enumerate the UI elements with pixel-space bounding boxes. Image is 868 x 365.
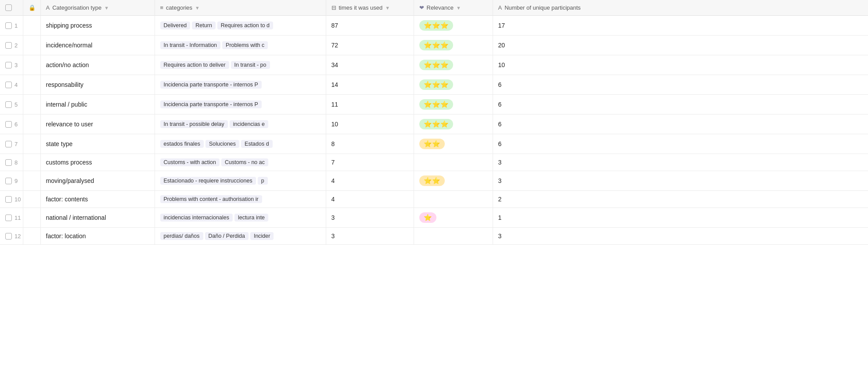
- row-checkbox[interactable]: [5, 121, 12, 128]
- category-tag[interactable]: Problems with c: [222, 41, 268, 49]
- category-tag[interactable]: incidencias internacionales: [160, 214, 233, 222]
- row-checkbox[interactable]: [5, 178, 12, 184]
- category-tag[interactable]: Problems with content - authorisation ir: [160, 195, 262, 203]
- row-relevance: [414, 191, 493, 208]
- participants-value: 6: [498, 81, 502, 88]
- category-tag[interactable]: Return: [192, 21, 216, 29]
- row-checkbox-cell: 5: [0, 95, 23, 115]
- categories-sort-icon[interactable]: ▼: [195, 5, 200, 11]
- row-categories: estados finalesSolucionesEstados d: [155, 134, 326, 154]
- row-lock-cell: [23, 36, 40, 55]
- row-checkbox[interactable]: [5, 141, 12, 147]
- times-value: 14: [331, 81, 347, 88]
- times-value: 72: [331, 42, 347, 49]
- row-number: 11: [14, 215, 23, 221]
- category-tag[interactable]: In transit - po: [231, 61, 270, 69]
- row-categories: incidencias internacionaleslectura inte: [155, 208, 326, 228]
- row-participants: 2: [493, 191, 868, 208]
- times-sort-icon[interactable]: ▼: [385, 5, 390, 11]
- row-checkbox-cell: 6: [0, 115, 23, 134]
- category-tag[interactable]: Incidencia parte transporte - internos P: [160, 100, 262, 108]
- participants-value: 1: [498, 214, 502, 221]
- header-categories[interactable]: ≡ categories ▼: [155, 0, 326, 16]
- relevance-sort-icon[interactable]: ▼: [456, 5, 461, 11]
- category-tag[interactable]: Daño / Perdida: [205, 232, 249, 240]
- row-categories: Customs - with actionCustoms - no ac: [155, 154, 326, 171]
- participants-value: 20: [498, 42, 505, 49]
- category-tag[interactable]: Requires action to deliver: [160, 61, 229, 69]
- row-checkbox[interactable]: [5, 196, 12, 203]
- row-number: 2: [14, 42, 23, 49]
- row-categories: DeliveredReturnRequires action to d: [155, 16, 326, 36]
- row-checkbox[interactable]: [5, 215, 12, 221]
- row-checkbox[interactable]: [5, 62, 12, 68]
- row-checkbox-cell: 2: [0, 36, 23, 55]
- times-value: 87: [331, 22, 347, 29]
- row-relevance: ⭐⭐⭐: [414, 75, 493, 95]
- category-tag[interactable]: Requires action to d: [217, 21, 273, 29]
- row-number: 8: [14, 159, 23, 166]
- row-categories: Estacionado - requiere instruccionesp: [155, 171, 326, 191]
- row-lock-cell: [23, 171, 40, 191]
- row-lock-cell: [23, 95, 40, 115]
- header-type[interactable]: A Categorisation type ▼: [40, 0, 155, 16]
- row-checkbox-cell: 8: [0, 154, 23, 171]
- header-type-label: Categorisation type: [52, 4, 101, 11]
- table-header-row: 🔒 A Categorisation type ▼ ≡ categories ▼: [0, 0, 868, 16]
- category-tag[interactable]: p: [258, 177, 268, 185]
- table-row: 3action/no actionRequires action to deli…: [0, 55, 868, 75]
- relevance-heart-icon: ❤: [419, 4, 424, 11]
- category-tag[interactable]: incidencias e: [230, 120, 268, 128]
- header-times[interactable]: ⊟ times it was used ▼: [326, 0, 414, 16]
- row-lock-cell: [23, 134, 40, 154]
- times-value: 8: [331, 140, 344, 147]
- row-number: 1: [14, 22, 23, 29]
- row-checkbox[interactable]: [5, 159, 12, 166]
- table-row: 5internal / publicIncidencia parte trans…: [0, 95, 868, 115]
- participants-value: 3: [498, 159, 502, 166]
- select-all-checkbox[interactable]: [5, 4, 12, 11]
- row-checkbox[interactable]: [5, 82, 12, 88]
- row-categories: Requires action to deliverIn transit - p…: [155, 55, 326, 75]
- row-checkbox[interactable]: [5, 42, 12, 49]
- type-sort-icon[interactable]: ▼: [104, 5, 109, 11]
- category-tag[interactable]: lectura inte: [234, 214, 268, 222]
- row-number: 7: [14, 141, 23, 147]
- header-checkbox-cell[interactable]: [0, 0, 23, 16]
- participants-value: 6: [498, 121, 502, 128]
- row-type: national / international: [40, 208, 155, 228]
- table-row: 7state typeestados finalesSolucionesEsta…: [0, 134, 868, 154]
- category-tag[interactable]: estados finales: [160, 140, 204, 148]
- row-relevance: ⭐⭐⭐: [414, 36, 493, 55]
- category-tag[interactable]: Incider: [250, 232, 274, 240]
- category-tag[interactable]: Customs - no ac: [221, 158, 268, 166]
- header-relevance[interactable]: ❤ Relevance ▼: [414, 0, 493, 16]
- category-tag[interactable]: Incidencia parte transporte - internos P: [160, 81, 262, 89]
- row-checkbox[interactable]: [5, 233, 12, 240]
- category-tag[interactable]: Soluciones: [205, 140, 239, 148]
- row-number: 6: [14, 121, 23, 128]
- stars-badge: ⭐⭐⭐: [419, 119, 453, 129]
- category-tag[interactable]: Delivered: [160, 21, 191, 29]
- category-tag[interactable]: In transit - Information: [160, 41, 221, 49]
- type-value: factor: location: [46, 233, 86, 240]
- participants-value: 17: [498, 22, 505, 29]
- row-number: 12: [14, 233, 23, 240]
- row-categories: perdias/ dañosDaño / PerdidaIncider: [155, 228, 326, 245]
- category-tag[interactable]: Customs - with action: [160, 158, 220, 166]
- row-checkbox-cell: 4: [0, 75, 23, 95]
- row-times: 4: [326, 171, 414, 191]
- category-tag[interactable]: In transit - possible delay: [160, 120, 228, 128]
- row-checkbox[interactable]: [5, 22, 12, 29]
- category-tag[interactable]: perdias/ daños: [160, 232, 203, 240]
- category-tag[interactable]: Estados d: [241, 140, 273, 148]
- row-times: 10: [326, 115, 414, 134]
- row-type: action/no action: [40, 55, 155, 75]
- type-value: incidence/normal: [46, 42, 93, 49]
- row-type: moving/paralysed: [40, 171, 155, 191]
- row-participants: 6: [493, 75, 868, 95]
- category-tag[interactable]: Estacionado - requiere instrucciones: [160, 177, 256, 185]
- row-participants: 17: [493, 16, 868, 36]
- row-checkbox[interactable]: [5, 101, 12, 108]
- row-participants: 6: [493, 115, 868, 134]
